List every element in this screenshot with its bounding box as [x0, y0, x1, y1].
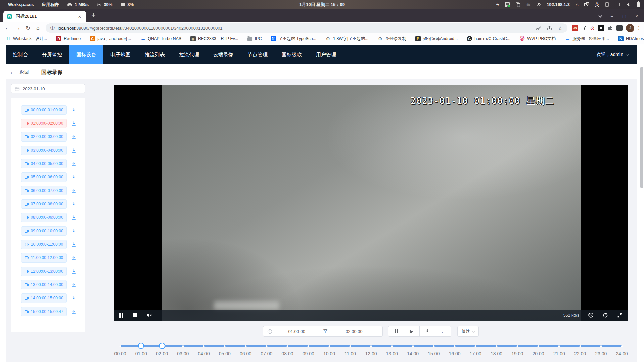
- bookmark-item-8[interactable]: ⊕免登录复制: [377, 36, 406, 42]
- browser-menu-icon[interactable]: ⋮: [636, 25, 641, 31]
- segment-chip-4[interactable]: 04:00:00-05:00:00: [21, 159, 67, 168]
- new-tab-button[interactable]: +: [91, 11, 96, 20]
- timeline-handle-1[interactable]: [159, 343, 165, 349]
- reload-button[interactable]: ↻: [23, 23, 33, 33]
- time-range-input[interactable]: 01:00:00 至 02:00:00: [263, 326, 383, 337]
- video-player[interactable]: 2023-01-10 01:00:00 星期二 552 kb/s: [114, 85, 628, 321]
- ime-indicator[interactable]: 英: [595, 2, 599, 8]
- battery-icon[interactable]: [637, 2, 640, 7]
- back-arrow-icon[interactable]: ←: [10, 69, 15, 76]
- extensions-puzzle-icon[interactable]: [607, 25, 613, 31]
- pipette-icon[interactable]: [536, 2, 541, 7]
- player-mute-icon[interactable]: [146, 313, 152, 318]
- profile-avatar[interactable]: J: [626, 24, 634, 32]
- page-info-icon[interactable]: ⓘ: [50, 25, 55, 31]
- browser-home-button[interactable]: ⌂: [33, 23, 43, 33]
- segment-chip-6[interactable]: 06:00:00-07:00:00: [21, 186, 67, 195]
- start-time-value[interactable]: 01:00:00: [272, 329, 321, 334]
- segment-download-button-10[interactable]: [71, 242, 77, 247]
- nav-item-6[interactable]: 云端录像: [206, 45, 240, 64]
- extension-blocker-icon[interactable]: ⊘: [590, 25, 595, 31]
- segment-download-button-1[interactable]: [71, 121, 77, 126]
- workspaces-button[interactable]: Workspaces: [8, 2, 34, 7]
- refresh-icon[interactable]: [602, 312, 608, 318]
- segment-chip-1[interactable]: 01:00:00-02:00:00: [21, 119, 67, 128]
- volume-icon[interactable]: [626, 2, 631, 7]
- segment-download-button-14[interactable]: [71, 295, 77, 301]
- launcher-icon[interactable]: ϟ: [496, 2, 499, 7]
- bookmark-item-11[interactable]: ⓌWVP-PRO文档: [519, 36, 556, 42]
- end-time-value[interactable]: 02:00:00: [330, 329, 379, 334]
- segment-download-button-9[interactable]: [71, 228, 77, 234]
- timeline-handle-0[interactable]: [138, 343, 144, 349]
- page-scrollbar[interactable]: [640, 65, 643, 360]
- segment-chip-2[interactable]: 02:00:00-03:00:00: [21, 132, 67, 142]
- bookmark-item-2[interactable]: Cjava、android可...: [90, 36, 131, 42]
- segment-download-button-3[interactable]: [71, 148, 77, 153]
- segment-download-button-2[interactable]: [71, 134, 77, 140]
- bookmark-item-0[interactable]: ≋Webstack - 设计...: [5, 36, 47, 42]
- segment-download-button-13[interactable]: [71, 282, 77, 288]
- tab-close-icon[interactable]: ×: [77, 13, 83, 19]
- segment-chip-12[interactable]: 12:00:00-13:00:00: [21, 267, 67, 276]
- segment-download-button-5[interactable]: [71, 174, 77, 180]
- bookmark-item-10[interactable]: Ghairrrrr/C-CrashC...: [467, 36, 510, 41]
- segment-chip-0[interactable]: 00:00:00-01:00:00: [21, 105, 67, 115]
- nav-item-1[interactable]: 分屏监控: [35, 45, 69, 64]
- segment-download-button-6[interactable]: [71, 188, 77, 194]
- segment-chip-14[interactable]: 14:00:00-15:00:00: [21, 293, 67, 303]
- tab-search-icon[interactable]: [598, 14, 602, 17]
- back-button[interactable]: ←: [3, 23, 13, 33]
- segment-chip-15[interactable]: 15:00:00-15:09:47: [21, 307, 67, 316]
- nav-item-5[interactable]: 拉流代理: [172, 45, 206, 64]
- bookmark-item-9[interactable]: P如何编译Android...: [415, 36, 458, 42]
- snapshot-icon[interactable]: [588, 312, 594, 318]
- extension-square-icon[interactable]: [616, 25, 623, 31]
- nav-item-2[interactable]: 国标设备: [69, 45, 103, 64]
- player-stop-icon[interactable]: [133, 313, 137, 317]
- maximize-button[interactable]: ▢: [622, 14, 626, 19]
- segment-chip-5[interactable]: 05:00:00-06:00:00: [21, 172, 67, 182]
- coffee-icon[interactable]: ☕: [526, 2, 531, 7]
- segment-chip-10[interactable]: 10:00:00-11:00:00: [21, 240, 67, 249]
- segment-download-button-0[interactable]: [71, 107, 77, 113]
- extension-js-icon[interactable]: JS: [572, 25, 578, 31]
- bookmark-item-13[interactable]: NHDAtmos :: 种子 *...: [618, 36, 644, 42]
- play-button[interactable]: ▶: [404, 326, 420, 337]
- speed-dropdown[interactable]: 倍速: [457, 326, 479, 337]
- segment-chip-8[interactable]: 08:00:00-09:00:00: [21, 213, 67, 222]
- extension-glass-icon[interactable]: [582, 25, 587, 31]
- back-button-label[interactable]: 返回: [19, 69, 29, 75]
- segment-chip-13[interactable]: 13:00:00-14:00:00: [21, 280, 67, 289]
- seek-back-button[interactable]: ←: [435, 326, 451, 337]
- password-key-icon[interactable]: [536, 25, 541, 31]
- segment-chip-11[interactable]: 11:00:00-12:00:00: [21, 253, 67, 263]
- bookmark-item-5[interactable]: IPC: [247, 36, 262, 41]
- nav-item-7[interactable]: 节点管理: [240, 45, 275, 64]
- scrollbar-thumb[interactable]: [640, 67, 643, 188]
- segment-download-button-12[interactable]: [71, 269, 77, 274]
- fullscreen-icon[interactable]: [617, 313, 623, 318]
- welcome-admin-menu[interactable]: 欢迎，admin: [596, 52, 637, 58]
- monitor-icon[interactable]: [615, 2, 620, 7]
- segment-chip-9[interactable]: 09:00:00-10:00:00: [21, 226, 67, 236]
- timeline-slider[interactable]: 00:0001:0002:0003:0004:0005:0006:0007:00…: [120, 342, 622, 362]
- minimize-button[interactable]: –: [611, 14, 613, 19]
- date-picker[interactable]: 2023-01-10: [11, 84, 85, 93]
- nav-item-8[interactable]: 国标级联: [275, 45, 309, 64]
- segment-chip-3[interactable]: 03:00:00-04:00:00: [21, 146, 67, 155]
- nav-item-4[interactable]: 推流列表: [138, 45, 172, 64]
- close-window-button[interactable]: ×: [635, 14, 638, 19]
- bookmark-item-1[interactable]: RRedmine: [56, 36, 81, 41]
- home-icon[interactable]: ⌂: [576, 2, 579, 7]
- browser-tab[interactable]: W 国标28181 ×: [3, 11, 86, 22]
- segment-download-button-7[interactable]: [71, 201, 77, 207]
- bookmark-star-icon[interactable]: ☆: [558, 25, 562, 31]
- workspaces-switcher-icon[interactable]: [584, 2, 589, 7]
- forward-button[interactable]: →: [13, 23, 23, 33]
- segment-download-button-4[interactable]: [71, 161, 77, 167]
- bookmark-item-7[interactable]: ⊕1.8W字|了不起的...: [325, 36, 368, 42]
- bookmark-item-3[interactable]: ☁QNAP Turbo NAS: [140, 36, 181, 41]
- applications-button[interactable]: 应用程序: [42, 2, 59, 8]
- segment-download-button-11[interactable]: [71, 255, 77, 261]
